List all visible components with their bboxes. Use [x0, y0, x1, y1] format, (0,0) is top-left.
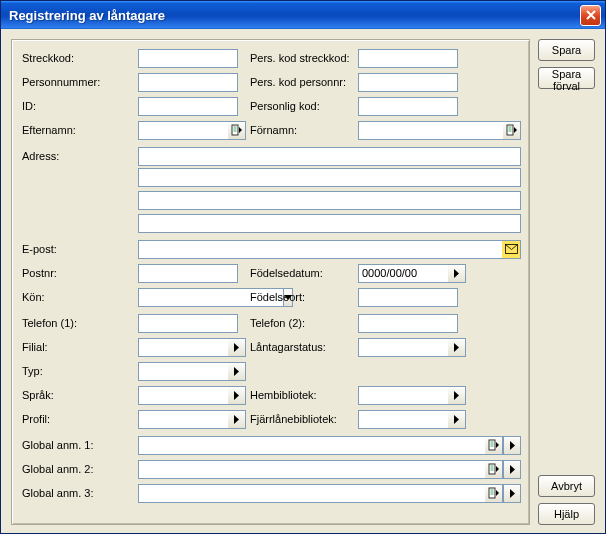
fodelsedatum-picker[interactable] — [448, 264, 466, 283]
epost-input[interactable] — [138, 240, 502, 259]
arrow-right-icon — [509, 465, 516, 474]
label-fodelseort: Födelseort: — [246, 291, 358, 303]
list-icon — [506, 124, 518, 136]
hembibliotek-picker[interactable] — [448, 386, 466, 405]
calendar-arrow-icon — [453, 269, 460, 278]
window: Registrering av låntagare Streckkod: Per… — [0, 0, 606, 534]
lantagarstatus-input[interactable] — [358, 338, 448, 357]
global-anm-2-input[interactable] — [138, 460, 485, 479]
label-global-anm-2: Global anm. 2: — [20, 463, 138, 475]
list-icon — [231, 124, 243, 136]
global-anm-1-picker[interactable] — [503, 436, 521, 455]
global-anm-2-listpicker[interactable] — [485, 460, 503, 479]
list-icon — [488, 439, 500, 451]
label-fodelsedatum: Födelsedatum: — [246, 267, 358, 279]
fodelseort-input[interactable] — [358, 288, 458, 307]
profil-input[interactable] — [138, 410, 228, 429]
personlig-kod-input[interactable] — [358, 97, 458, 116]
label-streckkod: Streckkod: — [20, 52, 138, 64]
label-filial: Filial: — [20, 341, 138, 353]
typ-picker[interactable] — [228, 362, 246, 381]
global-anm-3-input[interactable] — [138, 484, 485, 503]
label-lantagarstatus: Låntagarstatus: — [246, 341, 358, 353]
efternamn-input[interactable] — [138, 121, 228, 140]
label-personnummer: Personnummer: — [20, 76, 138, 88]
label-telefon1: Telefon (1): — [20, 317, 138, 329]
arrow-right-icon — [509, 489, 516, 498]
pers-kod-streckkod-input[interactable] — [358, 49, 458, 68]
help-button[interactable]: Hjälp — [538, 503, 595, 525]
window-title: Registrering av låntagare — [9, 8, 165, 23]
label-global-anm-1: Global anm. 1: — [20, 439, 138, 451]
label-efternamn: Efternamn: — [20, 124, 138, 136]
arrow-right-icon — [233, 367, 240, 376]
arrow-right-icon — [233, 415, 240, 424]
postnr-input[interactable] — [138, 264, 238, 283]
label-fornamn: Förnamn: — [246, 124, 358, 136]
fornamn-input[interactable] — [358, 121, 503, 140]
arrow-right-icon — [509, 441, 516, 450]
lantagarstatus-picker[interactable] — [448, 338, 466, 357]
epost-mail-button[interactable] — [502, 240, 521, 259]
close-icon — [586, 10, 596, 20]
label-postnr: Postnr: — [20, 267, 138, 279]
kon-select[interactable] — [138, 288, 246, 307]
label-personlig-kod: Personlig kod: — [246, 100, 358, 112]
label-profil: Profil: — [20, 413, 138, 425]
global-anm-3-listpicker[interactable] — [485, 484, 503, 503]
adress-input-1[interactable] — [138, 147, 521, 166]
label-adress: Adress: — [20, 150, 138, 162]
efternamn-picker[interactable] — [228, 121, 246, 140]
arrow-right-icon — [453, 391, 460, 400]
fjarrlanebibliotek-picker[interactable] — [448, 410, 466, 429]
label-global-anm-3: Global anm. 3: — [20, 487, 138, 499]
global-anm-2-picker[interactable] — [503, 460, 521, 479]
global-anm-1-input[interactable] — [138, 436, 485, 455]
label-hembibliotek: Hembibliotek: — [246, 389, 358, 401]
label-telefon2: Telefon (2): — [246, 317, 358, 329]
save-default-button[interactable]: Spara förval — [538, 67, 595, 89]
label-typ: Typ: — [20, 365, 138, 377]
typ-input[interactable] — [138, 362, 228, 381]
cancel-button[interactable]: Avbryt — [538, 475, 595, 497]
telefon1-input[interactable] — [138, 314, 238, 333]
profil-picker[interactable] — [228, 410, 246, 429]
adress-input-3[interactable] — [138, 191, 521, 210]
adress-input-4[interactable] — [138, 214, 521, 233]
label-pers-kod-personnr: Pers. kod personnr: — [246, 76, 358, 88]
label-fjarrlanebibliotek: Fjärrlånebibliotek: — [246, 413, 358, 425]
id-input[interactable] — [138, 97, 238, 116]
filial-picker[interactable] — [228, 338, 246, 357]
mail-icon — [505, 244, 518, 254]
form-panel: Streckkod: Pers. kod streckkod: Personnu… — [11, 39, 530, 525]
side-buttons: Spara Spara förval Avbryt Hjälp — [538, 39, 595, 525]
telefon2-input[interactable] — [358, 314, 458, 333]
label-epost: E-post: — [20, 243, 138, 255]
streckkod-input[interactable] — [138, 49, 238, 68]
close-button[interactable] — [580, 5, 601, 26]
global-anm-3-picker[interactable] — [503, 484, 521, 503]
fornamn-picker[interactable] — [503, 121, 521, 140]
list-icon — [488, 463, 500, 475]
titlebar: Registrering av låntagare — [1, 1, 605, 29]
save-button[interactable]: Spara — [538, 39, 595, 61]
personnummer-input[interactable] — [138, 73, 238, 92]
label-pers-kod-streckkod: Pers. kod streckkod: — [246, 52, 358, 64]
arrow-right-icon — [453, 343, 460, 352]
fodelsedatum-input[interactable] — [358, 264, 448, 283]
fjarrlanebibliotek-input[interactable] — [358, 410, 448, 429]
filial-input[interactable] — [138, 338, 228, 357]
hembibliotek-input[interactable] — [358, 386, 448, 405]
label-kon: Kön: — [20, 291, 138, 303]
pers-kod-personnr-input[interactable] — [358, 73, 458, 92]
global-anm-1-listpicker[interactable] — [485, 436, 503, 455]
arrow-right-icon — [233, 343, 240, 352]
sprak-picker[interactable] — [228, 386, 246, 405]
sprak-input[interactable] — [138, 386, 228, 405]
arrow-right-icon — [233, 391, 240, 400]
label-id: ID: — [20, 100, 138, 112]
label-sprak: Språk: — [20, 389, 138, 401]
adress-input-2[interactable] — [138, 168, 521, 187]
list-icon — [488, 487, 500, 499]
arrow-right-icon — [453, 415, 460, 424]
